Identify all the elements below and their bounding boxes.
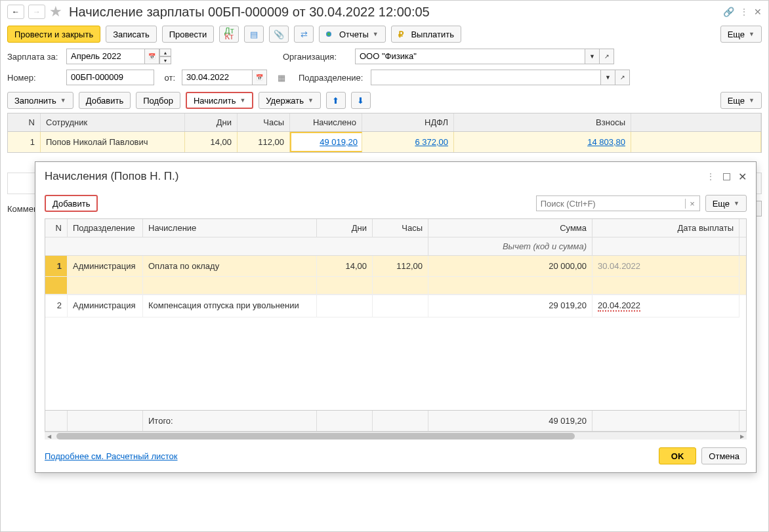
popup-cell-date: 20.04.2022 (592, 295, 739, 317)
fill-button[interactable]: Заполнить▼ (7, 92, 73, 109)
attach-button[interactable]: 📎 (269, 26, 289, 43)
col-header-ndfl[interactable]: НДФЛ (362, 113, 454, 131)
popup-col-department[interactable]: Подразделение (68, 219, 143, 237)
popup-close-icon[interactable]: ✕ (738, 171, 747, 183)
forward-button[interactable]: → (28, 5, 45, 19)
cell-contributions[interactable]: 14 803,80 (454, 132, 631, 152)
titlebar: ← → ★ Начисление зарплаты 00БП-000009 от… (1, 1, 768, 23)
popup-cell-department: Администрация (68, 256, 143, 277)
favorite-star-icon[interactable]: ★ (49, 3, 62, 20)
list-button[interactable]: ▤ (244, 26, 264, 43)
popup-row[interactable]: 2 Администрация Компенсация отпуска при … (45, 295, 746, 317)
calendar-icon[interactable]: 📅 (145, 49, 159, 64)
link-icon[interactable]: 🔗 (723, 7, 734, 17)
report-dot-icon (326, 31, 331, 37)
department-field[interactable] (371, 70, 601, 85)
salary-for-field[interactable] (66, 49, 145, 64)
chevron-down-icon: ▼ (373, 31, 379, 37)
popup-col-hours[interactable]: Часы (373, 219, 428, 237)
maximize-icon[interactable] (723, 173, 730, 180)
main-table: N Сотрудник Дни Часы Начислено НДФЛ Взно… (7, 113, 762, 153)
ndfl-link[interactable]: 6 372,00 (415, 137, 448, 147)
cell-accrued[interactable]: 49 019,20 (290, 132, 362, 152)
spinner-down-icon[interactable]: ▼ (159, 56, 171, 64)
open-icon[interactable]: ↗ (600, 49, 614, 64)
open-icon[interactable]: ↗ (615, 70, 630, 85)
debit-credit-button[interactable]: ДтКт (219, 26, 239, 43)
arrow-up-icon: ⬆ (332, 96, 339, 106)
popup-more-icon[interactable]: ⋮ (706, 171, 715, 182)
salary-for-label: Зарплата за: (7, 52, 60, 62)
number-field[interactable] (66, 70, 154, 85)
cancel-button[interactable]: Отмена (701, 447, 747, 464)
arrow-down-icon: ⬇ (357, 96, 364, 106)
col-header-hours[interactable]: Часы (238, 113, 290, 131)
org-field[interactable] (355, 49, 585, 64)
more-button[interactable]: Еще▼ (720, 26, 762, 43)
fill-icon[interactable]: ▦ (278, 73, 285, 83)
details-link[interactable]: Подробнее см. Расчетный листок (45, 451, 178, 461)
move-up-button[interactable]: ⬆ (326, 92, 346, 109)
cell-n: 1 (8, 132, 41, 152)
accrue-button[interactable]: Начислить▼ (186, 92, 253, 109)
popup-add-button[interactable]: Добавить (45, 195, 98, 212)
close-icon[interactable]: ✕ (754, 7, 762, 17)
chevron-down-icon: ▼ (734, 200, 739, 207)
chevron-down-icon[interactable]: ▼ (585, 49, 600, 64)
horizontal-scrollbar[interactable]: ◀ ▶ (45, 432, 747, 440)
scroll-right-icon[interactable]: ▶ (738, 432, 747, 440)
popup-col-sum[interactable]: Сумма (428, 219, 592, 237)
popup-more-button[interactable]: Еще▼ (705, 195, 747, 212)
more-label: Еще (728, 30, 745, 39)
save-button[interactable]: Записать (106, 26, 157, 43)
popup-col-accrual[interactable]: Начисление (143, 219, 317, 237)
popup-col-date[interactable]: Дата выплаты (592, 219, 739, 237)
col-header-employee[interactable]: Сотрудник (41, 113, 185, 131)
popup-total-value: 49 019,20 (428, 411, 592, 431)
accruals-popup: Начисления (Попов Н. П.) ⋮ ✕ Добавить × … (35, 161, 757, 473)
popup-col-deduction[interactable]: Вычет (код и сумма) (428, 237, 592, 255)
popup-row[interactable]: 1 Администрация Оплата по окладу 14,00 1… (45, 256, 746, 277)
select-button[interactable]: Подбор (136, 92, 180, 109)
cell-ndfl[interactable]: 6 372,00 (362, 132, 454, 152)
add-button[interactable]: Добавить (79, 92, 131, 109)
date-field[interactable] (182, 70, 253, 85)
back-button[interactable]: ← (7, 5, 24, 19)
ok-button[interactable]: OK (659, 447, 697, 464)
post-button[interactable]: Провести (162, 26, 215, 43)
popup-date-value: 20.04.2022 (598, 300, 640, 312)
reports-button[interactable]: Отчеты▼ (319, 26, 385, 43)
col-header-accrued[interactable]: Начислено (290, 113, 362, 131)
scroll-left-icon[interactable]: ◀ (45, 432, 54, 440)
scrollbar-thumb[interactable] (56, 433, 575, 440)
spinner-up-icon[interactable]: ▲ (159, 49, 171, 56)
cell-employee: Попов Николай Павлович (41, 132, 185, 152)
pay-button[interactable]: ₽ Выплатить (391, 26, 461, 43)
search-clear-icon[interactable]: × (685, 199, 699, 209)
swap-button[interactable]: ⇄ (294, 26, 314, 43)
popup-col-n[interactable]: N (45, 219, 68, 237)
more-button-2[interactable]: Еще▼ (720, 92, 762, 109)
search-input[interactable]: × (536, 195, 700, 211)
more-vertical-icon[interactable]: ⋮ (739, 7, 749, 17)
popup-total-label: Итого: (143, 411, 317, 431)
popup-more-label: Еще (713, 199, 730, 209)
col-header-contributions[interactable]: Взносы (454, 113, 631, 131)
popup-col-days[interactable]: Дни (317, 219, 373, 237)
table-row[interactable]: 1 Попов Николай Павлович 14,00 112,00 49… (8, 132, 761, 152)
col-header-days[interactable]: Дни (185, 113, 238, 131)
col-header-n[interactable]: N (8, 113, 41, 131)
withhold-button[interactable]: Удержать▼ (259, 92, 321, 109)
more-label: Еще (728, 96, 745, 106)
chevron-down-icon[interactable]: ▼ (601, 70, 615, 85)
window-title: Начисление зарплаты 00БП-000009 от 30.04… (69, 5, 430, 20)
post-and-close-button[interactable]: Провести и закрыть (7, 26, 100, 43)
accrued-link[interactable]: 49 019,20 (320, 137, 358, 147)
move-down-button[interactable]: ⬇ (351, 92, 371, 109)
department-label: Подразделение: (299, 73, 364, 83)
calendar-icon[interactable]: 📅 (253, 70, 267, 85)
accrue-label: Начислить (194, 96, 236, 106)
table-toolbar: Заполнить▼ Добавить Подбор Начислить▼ Уд… (1, 88, 768, 113)
contributions-link[interactable]: 14 803,80 (587, 137, 625, 147)
main-toolbar: Провести и закрыть Записать Провести ДтК… (1, 23, 768, 46)
